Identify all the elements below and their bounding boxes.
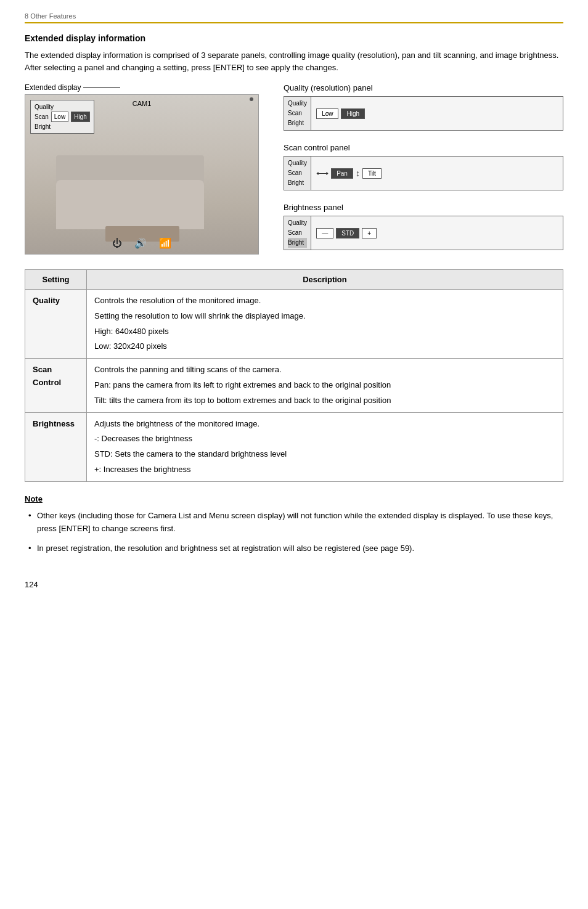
signal-icon: 📶 bbox=[159, 237, 171, 249]
quality-high-btn: High bbox=[341, 108, 365, 119]
pan-arrow-icon: ⟷ bbox=[316, 168, 329, 178]
description-line: Pan: pans the camera from its left to ri… bbox=[94, 379, 555, 392]
extended-display-label: Extended display bbox=[25, 83, 259, 92]
page-header: 8 Other Features bbox=[25, 12, 563, 23]
description-line: Setting the resolution to low will shrin… bbox=[94, 310, 555, 323]
brightness-minus-btn: — bbox=[316, 228, 333, 238]
overlay-bright-row: Bright bbox=[35, 122, 90, 131]
overlay-scan-row: Scan Low High bbox=[35, 112, 90, 122]
speaker-icon: 🔊 bbox=[134, 237, 147, 249]
cam-top-icons bbox=[250, 97, 253, 101]
header-text: 8 Other Features bbox=[25, 12, 76, 20]
intro-text: The extended display information is comp… bbox=[25, 49, 563, 73]
table-row: Scan ControlControls the panning and til… bbox=[25, 359, 563, 412]
right-panels: Quality (resolution) panel Quality Scan … bbox=[284, 83, 563, 250]
description-line: Low: 320x240 pixels bbox=[94, 340, 555, 353]
brightness-mini-panel: Quality Scan Bright — STD + bbox=[284, 216, 563, 250]
table-setting-cell: Scan Control bbox=[25, 359, 87, 412]
table-description-cell: Adjusts the brightness of the monitored … bbox=[87, 412, 563, 481]
list-item: In preset registration, the resolution a… bbox=[25, 542, 563, 555]
quality-content: Low High bbox=[311, 97, 370, 130]
description-line: STD: Sets the camera to the standard bri… bbox=[94, 448, 555, 461]
note-section: Note Other keys (including those for Cam… bbox=[25, 494, 563, 555]
table-description-cell: Controls the resolution of the monitored… bbox=[87, 290, 563, 359]
display-right: Quality (resolution) panel Quality Scan … bbox=[284, 83, 563, 255]
table-setting-cell: Brightness bbox=[25, 412, 87, 481]
section-title: Extended display information bbox=[25, 33, 563, 43]
power-icon: ⏻ bbox=[112, 238, 122, 249]
quality-low-btn: Low bbox=[316, 108, 338, 119]
scan-mini-panel: Quality Scan Bright ⟷ Pan ↕ Tilt bbox=[284, 156, 563, 190]
scan-panel-section: Scan control panel Quality Scan Bright ⟷… bbox=[284, 143, 563, 190]
overlay-panel: Quality Scan Low High Bright bbox=[30, 100, 94, 134]
brightness-panel-label: Brightness panel bbox=[284, 203, 563, 212]
description-line: Tilt: tilts the camera from its top to b… bbox=[94, 394, 555, 407]
page-number: 124 bbox=[25, 580, 563, 589]
description-line: Controls the resolution of the monitored… bbox=[94, 295, 555, 308]
scan-panel-label: Scan control panel bbox=[284, 143, 563, 152]
scan-sidebar: Quality Scan Bright bbox=[284, 157, 311, 190]
brightness-sidebar: Quality Scan Bright bbox=[284, 216, 311, 250]
note-title: Note bbox=[25, 494, 563, 503]
col1-header: Setting bbox=[25, 270, 87, 290]
table-row: QualityControls the resolution of the mo… bbox=[25, 290, 563, 359]
quality-sidebar: Quality Scan Bright bbox=[284, 97, 311, 130]
quality-panel-label: Quality (resolution) panel bbox=[284, 83, 563, 92]
description-line: Adjusts the brightness of the monitored … bbox=[94, 418, 555, 431]
settings-table: Setting Description QualityControls the … bbox=[25, 269, 563, 482]
sofa-shape bbox=[56, 180, 204, 229]
scan-pan-btn: Pan bbox=[331, 168, 353, 179]
description-line: High: 640x480 pixels bbox=[94, 325, 555, 338]
overlay-high-btn: High bbox=[71, 112, 90, 122]
record-dot-icon bbox=[250, 97, 253, 101]
col2-header: Description bbox=[87, 270, 563, 290]
brightness-content: — STD + bbox=[311, 216, 382, 250]
quality-panel-section: Quality (resolution) panel Quality Scan … bbox=[284, 83, 563, 131]
scan-tilt-btn: Tilt bbox=[362, 168, 382, 179]
tilt-arrow-icon: ↕ bbox=[356, 168, 360, 178]
overlay-quality-row: Quality bbox=[35, 102, 90, 112]
table-description-cell: Controls the panning and tilting scans o… bbox=[87, 359, 563, 412]
scan-content: ⟷ Pan ↕ Tilt bbox=[311, 157, 386, 190]
camera-display: Quality Scan Low High Bright CAM1 ⏻ bbox=[25, 94, 259, 255]
brightness-std-btn: STD bbox=[336, 228, 359, 238]
description-line: Controls the panning and tilting scans o… bbox=[94, 364, 555, 377]
display-left: Extended display Quality Scan Low High B… bbox=[25, 83, 259, 255]
note-list: Other keys (including those for Camera L… bbox=[25, 510, 563, 555]
display-row: Extended display Quality Scan Low High B… bbox=[25, 83, 563, 255]
quality-mini-panel: Quality Scan Bright Low High bbox=[284, 96, 563, 131]
brightness-plus-btn: + bbox=[362, 228, 377, 238]
list-item: Other keys (including those for Camera L… bbox=[25, 510, 563, 536]
table-header-row: Setting Description bbox=[25, 270, 563, 290]
overlay-low-btn: Low bbox=[51, 112, 68, 122]
brightness-panel-section: Brightness panel Quality Scan Bright — S… bbox=[284, 203, 563, 250]
cam-label: CAM1 bbox=[133, 100, 152, 107]
description-line: -: Decreases the brightness bbox=[94, 433, 555, 446]
cam-bottom-icons: ⏻ 🔊 📶 bbox=[112, 237, 171, 249]
table-setting-cell: Quality bbox=[25, 290, 87, 359]
description-line: +: Increases the brightness bbox=[94, 463, 555, 476]
table-row: BrightnessAdjusts the brightness of the … bbox=[25, 412, 563, 481]
